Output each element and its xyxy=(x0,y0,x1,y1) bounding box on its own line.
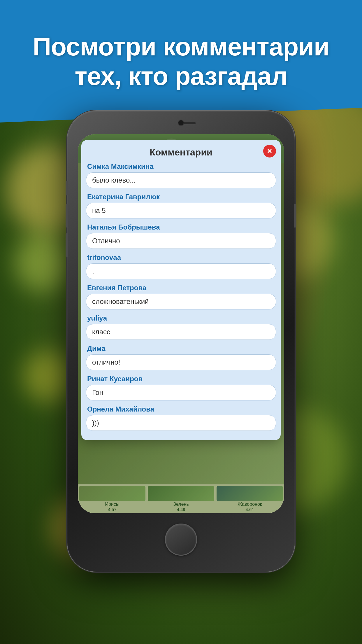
modal-overlay: Комментарии × Симка Максимкинабыло клёво… xyxy=(78,134,284,513)
comment-author: Орнела Михайлова xyxy=(86,405,276,413)
comment-group: Орнела Михайлова))) xyxy=(86,405,276,431)
comment-text: на 5 xyxy=(86,203,276,218)
volume-down-button xyxy=(66,233,68,257)
comment-author: Симка Максимкина xyxy=(86,162,276,171)
comment-group: Симка Максимкинабыло клёво... xyxy=(86,162,276,188)
comment-group: trifonovaa. xyxy=(86,253,276,279)
comment-author: Ринат Кусаиров xyxy=(86,375,276,383)
comment-author: Екатерина Гаврилюк xyxy=(86,193,276,201)
modal-title: Комментарии xyxy=(150,147,212,158)
comment-text: Гон xyxy=(86,385,276,400)
comment-group: Евгения Петровасложноватенький xyxy=(86,284,276,309)
comment-text: было клёво... xyxy=(86,172,276,188)
comment-text: Отлично xyxy=(86,233,276,249)
comment-author: Дима xyxy=(86,344,276,353)
comment-author: trifonovaa xyxy=(86,253,276,262)
close-button[interactable]: × xyxy=(263,145,276,158)
comment-group: yuliyaкласс xyxy=(86,314,276,340)
comment-group: Димаотлично! xyxy=(86,344,276,370)
comment-text: ))) xyxy=(86,415,276,431)
comment-author: Наталья Бобрышева xyxy=(86,223,276,231)
banner: Посмотри комментарии тех, кто разгадал xyxy=(0,0,362,123)
power-button xyxy=(294,204,296,228)
comment-author: yuliya xyxy=(86,314,276,322)
front-camera xyxy=(178,120,184,126)
phone: Комментарии × Симка Максимкинабыло клёво… xyxy=(67,111,295,572)
modal-header: Комментарии × xyxy=(81,140,281,162)
phone-screen: Комментарии × Симка Максимкинабыло клёво… xyxy=(78,134,284,513)
modal-body: Симка Максимкинабыло клёво...Екатерина Г… xyxy=(81,162,281,440)
comment-text: сложноватенький xyxy=(86,294,276,309)
comment-group: Ринат КусаировГон xyxy=(86,375,276,400)
banner-text: Посмотри комментарии тех, кто разгадал xyxy=(17,32,345,91)
comment-text: . xyxy=(86,263,276,279)
comment-text: класс xyxy=(86,324,276,340)
comment-text: отлично! xyxy=(86,354,276,370)
comment-group: Наталья БобрышеваОтлично xyxy=(86,223,276,249)
home-button[interactable] xyxy=(165,524,197,556)
comments-modal: Комментарии × Симка Максимкинабыло клёво… xyxy=(81,140,281,440)
comment-group: Екатерина Гаврилюкна 5 xyxy=(86,193,276,218)
close-icon: × xyxy=(267,147,272,155)
comment-author: Евгения Петрова xyxy=(86,284,276,292)
mute-button xyxy=(66,181,68,195)
volume-up-button xyxy=(66,204,68,228)
